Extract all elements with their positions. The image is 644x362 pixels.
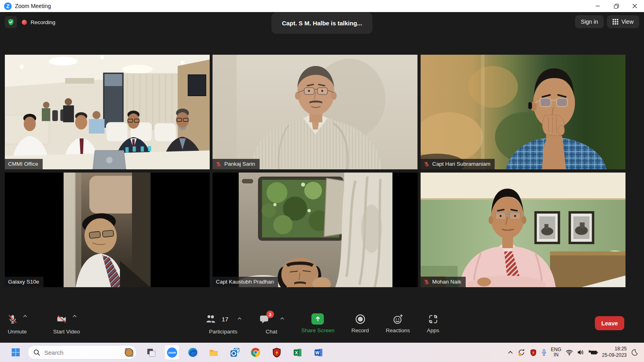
apps-label: Apps [427, 327, 440, 333]
tray-chevron-up-icon[interactable] [507, 350, 514, 355]
mic-muted-icon [7, 314, 18, 325]
taskbar-file-explorer-button[interactable] [206, 345, 221, 360]
minimize-button[interactable] [588, 0, 607, 12]
search-field[interactable] [44, 349, 113, 356]
video-feed-hari-subramaniam [421, 55, 625, 169]
security-button[interactable] [5, 16, 17, 28]
participants-button[interactable]: 17 Participants [205, 314, 242, 335]
video-feed-pankaj-sarin [213, 55, 417, 169]
windows-logo-icon [11, 348, 21, 357]
tray-microphone-icon[interactable] [541, 349, 547, 356]
view-label: View [621, 19, 634, 25]
participant-name-tag: Galaxy S10e [5, 277, 43, 287]
tray-antivirus-icon[interactable] [530, 349, 537, 356]
share-screen-button[interactable]: Share Screen [301, 314, 334, 333]
taskbar-word-button[interactable]: W [311, 345, 326, 360]
participant-name: Pankaj Sarin [224, 161, 255, 167]
close-button[interactable] [625, 0, 644, 12]
participant-name-tag: Capt Kaustubh Pradhan [213, 277, 278, 287]
recording-indicator[interactable]: Recording [22, 16, 56, 28]
start-video-label: Start Video [53, 329, 80, 335]
chevron-up-icon[interactable] [237, 317, 242, 320]
grid-view-icon [613, 19, 618, 25]
unmute-button[interactable]: Unmute [7, 314, 27, 335]
recording-label: Recording [31, 19, 56, 25]
video-tile-cmmi-office[interactable]: CMMI Office [5, 55, 210, 169]
taskbar-outlook-button[interactable] [227, 345, 242, 360]
video-tile-kaustubh-pradhan[interactable]: Capt Kaustubh Pradhan [213, 173, 417, 287]
participant-name-tag: Pankaj Sarin [213, 159, 260, 169]
video-feed-mohan-naik [421, 173, 625, 287]
taskbar-chrome-button[interactable] [248, 345, 263, 360]
svg-text:X: X [295, 350, 298, 355]
view-button[interactable]: View [607, 15, 639, 28]
svg-text:zoom: zoom [168, 351, 176, 354]
security-shield-icon [7, 19, 14, 26]
excel-icon: X [293, 348, 303, 358]
reactions-button[interactable]: Reactions [386, 314, 410, 333]
search-input[interactable]: 🥘 [27, 345, 137, 360]
start-video-button[interactable]: Start Video [53, 314, 80, 335]
chat-label: Chat [266, 329, 277, 335]
language-bottom: IN [551, 352, 561, 358]
video-tile-pankaj-sarin[interactable]: Pankaj Sarin [213, 55, 417, 169]
taskbar-edge-button[interactable] [185, 345, 200, 360]
active-speaker-toast: Capt. S M. Halbe is talking... [271, 12, 372, 34]
sign-in-label: Sign in [581, 19, 598, 25]
chrome-icon [250, 347, 261, 358]
search-highlight-emoji[interactable]: 🥘 [124, 348, 134, 356]
video-grid: CMMI Office [5, 55, 625, 287]
video-tile-mohan-naik[interactable]: Mohan Naik [421, 173, 625, 287]
battery-charging-icon[interactable] [588, 350, 598, 355]
reactions-label: Reactions [386, 327, 410, 333]
share-screen-label: Share Screen [301, 327, 334, 333]
record-button[interactable]: Record [351, 314, 369, 333]
windows-taskbar: 🥘 zoom [0, 343, 644, 362]
chevron-up-icon[interactable] [280, 317, 284, 320]
antivirus-shield-icon [272, 348, 282, 358]
search-icon [33, 349, 40, 356]
apps-button[interactable]: Apps [427, 314, 440, 333]
video-feed-conference-room [5, 55, 210, 169]
sync-update-icon[interactable] [518, 349, 526, 356]
task-view-icon [146, 348, 156, 358]
chevron-up-icon[interactable] [23, 315, 27, 318]
chevron-up-icon[interactable] [72, 315, 77, 318]
minimize-icon [595, 4, 600, 8]
taskbar-excel-button[interactable]: X [290, 345, 305, 360]
volume-icon[interactable] [577, 349, 584, 356]
video-feed-kaustubh-pradhan [239, 173, 392, 287]
start-button[interactable] [8, 345, 23, 360]
window-titlebar: Z Zoom Meeting [0, 0, 644, 12]
muted-mic-icon [424, 279, 429, 285]
window-title: Zoom Meeting [15, 3, 51, 9]
participant-name: Galaxy S10e [8, 279, 39, 285]
taskbar-clock[interactable]: 18:25 25-09-2023 [602, 346, 627, 358]
video-feed-galaxy-s10e [64, 173, 151, 287]
zoom-app-icon: Z [4, 2, 12, 10]
do-not-disturb-moon-icon[interactable] [631, 349, 638, 356]
participant-name: Capt Hari Subramaniam [432, 161, 491, 167]
video-tile-hari-subramaniam[interactable]: Capt Hari Subramaniam [421, 55, 625, 169]
participant-name-tag: Mohan Naik [421, 277, 466, 287]
leave-button[interactable]: Leave [595, 316, 624, 330]
muted-mic-icon [216, 161, 221, 167]
meeting-toolbar: Unmute Start Video [0, 310, 644, 340]
participant-name-tag: Capt Hari Subramaniam [421, 159, 495, 169]
recording-dot-icon [22, 20, 27, 25]
video-tile-galaxy-s10e[interactable]: Galaxy S10e [5, 173, 210, 287]
chat-button[interactable]: 3 Chat [258, 314, 284, 335]
language-indicator[interactable]: ENG IN [551, 347, 561, 358]
meeting-area: Recording Capt. S M. Halbe is talking...… [0, 12, 644, 343]
clock-time: 18:25 [602, 346, 627, 352]
taskbar-zoom-button[interactable]: zoom [164, 345, 180, 360]
apps-icon [427, 314, 438, 325]
video-off-icon [56, 314, 68, 325]
outlook-icon [229, 347, 240, 358]
taskbar-antivirus-button[interactable] [269, 345, 284, 360]
wifi-icon[interactable] [566, 349, 573, 356]
taskbar-task-view-button[interactable] [143, 345, 159, 360]
restore-button[interactable] [607, 0, 625, 12]
sign-in-button[interactable]: Sign in [575, 15, 604, 28]
chat-unread-badge: 3 [266, 311, 274, 318]
